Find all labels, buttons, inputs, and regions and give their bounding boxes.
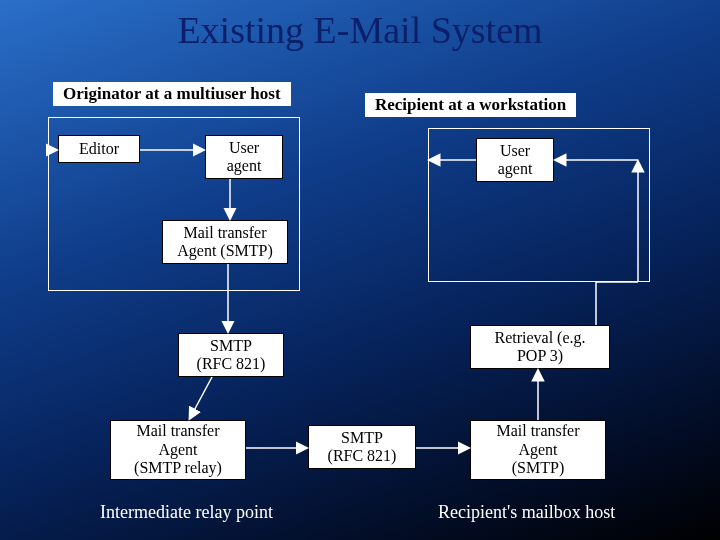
caption-intermediate: Intermediate relay point — [100, 502, 273, 523]
box-user-agent-left: User agent — [205, 135, 283, 179]
label-recipient: Recipient at a workstation — [365, 93, 576, 117]
slide-title: Existing E-Mail System — [0, 8, 720, 52]
box-editor: Editor — [58, 135, 140, 163]
caption-mailbox: Recipient's mailbox host — [438, 502, 615, 523]
label-originator: Originator at a multiuser host — [53, 82, 291, 106]
box-mta-top: Mail transfer Agent (SMTP) — [162, 220, 288, 264]
box-mta-right: Mail transfer Agent (SMTP) — [470, 420, 606, 480]
box-retrieval: Retrieval (e.g. POP 3) — [470, 325, 610, 369]
box-user-agent-right: User agent — [476, 138, 554, 182]
box-mta-relay: Mail transfer Agent (SMTP relay) — [110, 420, 246, 480]
box-smtp-mid: SMTP (RFC 821) — [308, 425, 416, 469]
svg-line-4 — [190, 377, 212, 418]
box-smtp-left: SMTP (RFC 821) — [178, 333, 284, 377]
